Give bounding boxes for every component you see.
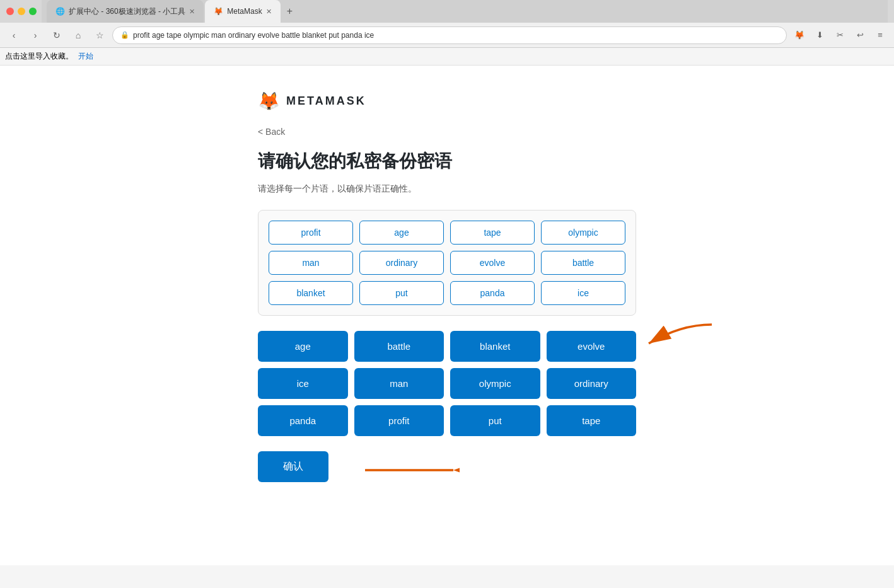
word-chip-evolve[interactable]: evolve [450, 251, 535, 275]
word-button-blanket[interactable]: blanket [450, 331, 540, 362]
page-content: 🦊 METAMASK < Back 请确认您的私密备份密语 请选择每一个片语，以… [0, 66, 894, 565]
tab-bar: 🌐 扩展中心 - 360极速浏览器 - 小工具 ✕ 🦊 MetaMask ✕ + [42, 0, 888, 23]
nav-bar: ‹ › ↻ ⌂ ☆ 🔒 profit age tape olympic man … [0, 23, 894, 48]
confirm-button[interactable]: 确认 [258, 451, 328, 482]
tab-extensions-favicon: 🌐 [55, 7, 65, 16]
word-chip-tape[interactable]: tape [450, 221, 535, 245]
metamask-logo: 🦊 METAMASK [258, 91, 636, 112]
tab-metamask[interactable]: 🦊 MetaMask ✕ [205, 0, 280, 23]
bookmark-star-button[interactable]: ☆ [91, 26, 108, 44]
word-buttons-grid: agebattleblanketevolveicemanolympicordin… [258, 331, 636, 436]
scissors-icon[interactable]: ✂ [831, 26, 849, 44]
history-icon[interactable]: ↩ [851, 26, 869, 44]
word-button-profit[interactable]: profit [354, 405, 444, 436]
word-grid: profitagetapeolympicmanordinaryevolvebat… [269, 221, 625, 305]
word-button-ordinary[interactable]: ordinary [547, 368, 637, 399]
word-chip-age[interactable]: age [359, 221, 444, 245]
word-button-battle[interactable]: battle [354, 331, 444, 362]
new-tab-button[interactable]: + [282, 0, 298, 23]
traffic-lights [6, 8, 37, 15]
arrow-right-annotation [617, 318, 718, 369]
bookmark-link[interactable]: 开始 [78, 51, 93, 62]
tab-extensions[interactable]: 🌐 扩展中心 - 360极速浏览器 - 小工具 ✕ [47, 0, 204, 23]
word-chip-man[interactable]: man [269, 251, 353, 275]
main-container: 🦊 METAMASK < Back 请确认您的私密备份密语 请选择每一个片语，以… [258, 91, 636, 540]
back-nav-button[interactable]: ‹ [5, 26, 23, 44]
forward-nav-button[interactable]: › [26, 26, 44, 44]
word-chip-ice[interactable]: ice [541, 281, 625, 305]
fox-icon: 🦊 [258, 91, 280, 112]
page-subtitle: 请选择每一个片语，以确保片语正确性。 [258, 183, 636, 195]
tab-extensions-close[interactable]: ✕ [189, 8, 195, 16]
word-button-olympic[interactable]: olympic [450, 368, 540, 399]
word-button-panda[interactable]: panda [258, 405, 348, 436]
maximize-button[interactable] [29, 8, 37, 15]
word-button-ice[interactable]: ice [258, 368, 348, 399]
arrow-area: agebattleblanketevolveicemanolympicordin… [258, 331, 636, 436]
word-chip-battle[interactable]: battle [541, 251, 625, 275]
tab-metamask-close[interactable]: ✕ [266, 8, 272, 16]
close-button[interactable] [6, 8, 14, 15]
refresh-button[interactable]: ↻ [48, 26, 66, 44]
bookmark-bar: 点击这里导入收藏。 开始 [0, 48, 894, 66]
word-chip-ordinary[interactable]: ordinary [359, 251, 444, 275]
home-button[interactable]: ⌂ [69, 26, 87, 44]
address-bar[interactable]: 🔒 profit age tape olympic man ordinary e… [112, 26, 787, 44]
word-chip-olympic[interactable]: olympic [541, 221, 625, 245]
metamask-ext-icon[interactable]: 🦊 [791, 26, 808, 44]
bookmark-text: 点击这里导入收藏。 [5, 51, 73, 62]
tab-metamask-label: MetaMask [227, 7, 262, 16]
word-chip-panda[interactable]: panda [450, 281, 535, 305]
word-chip-put[interactable]: put [359, 281, 444, 305]
nav-right-buttons: 🦊 ⬇ ✂ ↩ ≡ [791, 26, 889, 44]
logo-text: METAMASK [286, 95, 366, 108]
download-icon[interactable]: ⬇ [811, 26, 828, 44]
page-title: 请确认您的私密备份密语 [258, 149, 636, 173]
word-button-put[interactable]: put [450, 405, 540, 436]
word-grid-container: profitagetapeolympicmanordinaryevolvebat… [258, 210, 636, 316]
word-button-age[interactable]: age [258, 331, 348, 362]
tab-extensions-label: 扩展中心 - 360极速浏览器 - 小工具 [69, 6, 185, 17]
word-chip-profit[interactable]: profit [269, 221, 353, 245]
word-button-tape[interactable]: tape [547, 405, 637, 436]
back-link[interactable]: < Back [258, 127, 636, 137]
address-lock-icon: 🔒 [120, 31, 129, 39]
word-button-man[interactable]: man [354, 368, 444, 399]
menu-icon[interactable]: ≡ [871, 26, 889, 44]
title-bar: 🌐 扩展中心 - 360极速浏览器 - 小工具 ✕ 🦊 MetaMask ✕ + [0, 0, 894, 23]
address-text: profit age tape olympic man ordinary evo… [133, 31, 374, 40]
minimize-button[interactable] [18, 8, 25, 15]
confirm-area: 确认 [258, 451, 328, 482]
arrow-left-annotation [359, 451, 460, 489]
tab-metamask-favicon: 🦊 [214, 7, 223, 16]
word-chip-blanket[interactable]: blanket [269, 281, 353, 305]
